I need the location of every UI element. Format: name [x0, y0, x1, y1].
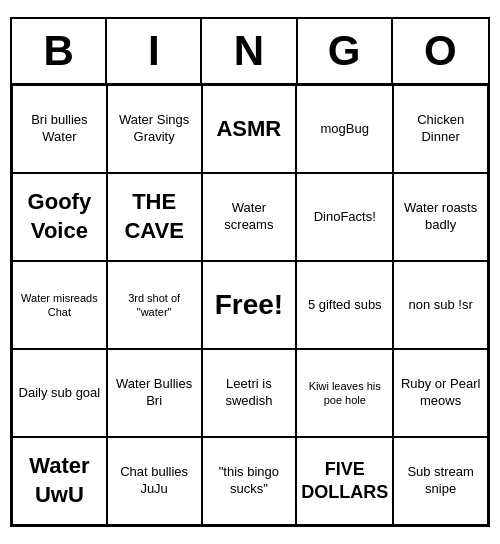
bingo-letter-n: N: [202, 19, 297, 83]
bingo-card: BINGO Bri bullies WaterWater Sings Gravi…: [10, 17, 490, 527]
bingo-cell-9[interactable]: Water roasts badly: [393, 173, 488, 261]
bingo-header: BINGO: [12, 19, 488, 85]
bingo-cell-2[interactable]: ASMR: [202, 85, 297, 173]
bingo-cell-13[interactable]: 5 gifted subs: [296, 261, 393, 349]
bingo-cell-16[interactable]: Water Bullies Bri: [107, 349, 202, 437]
bingo-letter-b: B: [12, 19, 107, 83]
bingo-cell-15[interactable]: Daily sub goal: [12, 349, 107, 437]
bingo-cell-21[interactable]: Chat bullies JuJu: [107, 437, 202, 525]
bingo-letter-i: I: [107, 19, 202, 83]
bingo-cell-4[interactable]: Chicken Dinner: [393, 85, 488, 173]
bingo-cell-22[interactable]: "this bingo sucks": [202, 437, 297, 525]
bingo-cell-11[interactable]: 3rd shot of "water": [107, 261, 202, 349]
bingo-cell-20[interactable]: Water UwU: [12, 437, 107, 525]
bingo-cell-1[interactable]: Water Sings Gravity: [107, 85, 202, 173]
bingo-cell-17[interactable]: Leetri is swedish: [202, 349, 297, 437]
bingo-grid: Bri bullies WaterWater Sings GravityASMR…: [12, 85, 488, 525]
bingo-cell-18[interactable]: Kiwi leaves his poe hole: [296, 349, 393, 437]
bingo-cell-6[interactable]: THE CAVE: [107, 173, 202, 261]
bingo-cell-19[interactable]: Ruby or Pearl meows: [393, 349, 488, 437]
bingo-cell-12[interactable]: Free!: [202, 261, 297, 349]
bingo-cell-23[interactable]: FIVE DOLLARS: [296, 437, 393, 525]
bingo-cell-8[interactable]: DinoFacts!: [296, 173, 393, 261]
bingo-cell-10[interactable]: Water misreads Chat: [12, 261, 107, 349]
bingo-cell-3[interactable]: mogBug: [296, 85, 393, 173]
bingo-cell-0[interactable]: Bri bullies Water: [12, 85, 107, 173]
bingo-letter-g: G: [298, 19, 393, 83]
bingo-cell-5[interactable]: Goofy Voice: [12, 173, 107, 261]
bingo-cell-7[interactable]: Water screams: [202, 173, 297, 261]
bingo-cell-24[interactable]: Sub stream snipe: [393, 437, 488, 525]
bingo-letter-o: O: [393, 19, 488, 83]
bingo-cell-14[interactable]: non sub !sr: [393, 261, 488, 349]
